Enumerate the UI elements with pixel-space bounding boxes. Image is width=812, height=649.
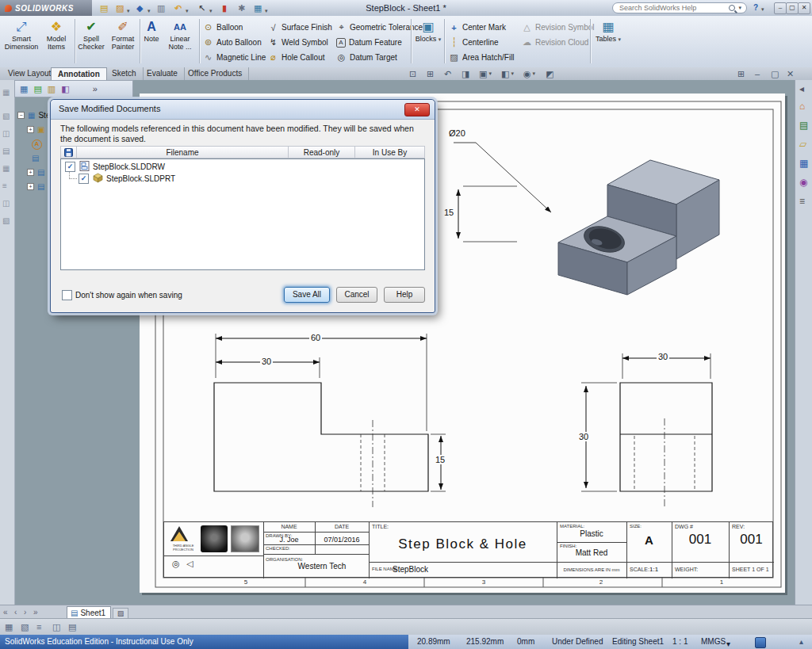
save-icon[interactable]: ◆ [136,2,143,13]
left-tool-icon[interactable]: ▦ [2,88,10,97]
close-button[interactable]: ✕ [798,2,810,14]
format-painter-button[interactable]: ✐ Format Painter [106,17,140,65]
surface-finish-button[interactable]: √ Surface Finish [268,20,332,35]
note-button[interactable]: A Note [141,17,162,65]
dont-show-label[interactable]: Don't show again when saving [75,291,182,300]
fm-overflow-icon[interactable]: » [93,84,98,94]
units-selector[interactable]: MMGS [701,637,726,646]
revision-symbol-button[interactable]: △ Revision Symbol [522,20,594,35]
magnetic-line-button[interactable]: ∿ Magnetic Line [203,50,266,65]
linear-note-button[interactable]: AA Linear Note ... [163,17,197,65]
save-column-header[interactable] [60,146,77,158]
revision-cloud-button[interactable]: ☁ Revision Cloud [522,35,588,50]
feature-tree-item[interactable]: + ▤ [27,182,44,191]
tab-annotation[interactable]: Annotation [51,67,107,81]
nav-first-icon[interactable]: « [3,608,8,617]
spell-checker-button[interactable]: ✔ Spell Checker [76,17,106,65]
search-input[interactable] [618,3,726,13]
datum-feature-button[interactable]: A Datum Feature [336,35,402,50]
filename-column-header[interactable]: Filename [76,146,289,158]
custom-properties-icon[interactable]: ≡ [799,196,805,207]
dialog-title-bar[interactable]: Save Modified Documents ✕ [51,100,435,120]
home-icon[interactable]: ⌂ [799,101,805,112]
nav-prev-icon[interactable]: ‹ [14,608,17,617]
view-settings-icon[interactable]: ▦ [254,2,262,13]
appearances-icon[interactable]: ◉ [799,177,807,188]
nav-next-icon[interactable]: › [24,608,26,617]
status-notification-icon[interactable] [755,637,766,648]
document-row-label[interactable]: StepBlock.SLDDRW [93,162,165,171]
feature-tree-root[interactable]: − ▦ Step [17,111,55,120]
fm-tab-features-icon[interactable]: ▦ [20,84,28,94]
open-icon[interactable]: ▨ [116,2,124,13]
dont-show-checkbox[interactable] [62,290,72,300]
readonly-column-header[interactable]: Read-only [288,146,355,158]
zoom-area-button[interactable]: ⊞ [427,68,434,79]
area-hatch-button[interactable]: ▨ Area Hatch/Fill [449,50,515,65]
balloon-button[interactable]: ⊙ Balloon [203,20,243,35]
left-tool-icon[interactable]: ▦ [2,164,10,173]
print-icon[interactable]: ▥ [157,2,165,13]
doc-restore-button[interactable]: ▢ [771,68,779,79]
cancel-button[interactable]: Cancel [336,287,377,303]
help-search-box[interactable]: ▾ [612,2,747,13]
auto-balloon-button[interactable]: ⊚ Auto Balloon [203,35,262,50]
fm-tab-configuration-icon[interactable]: ▥ [48,84,56,94]
dialog-close-button[interactable]: ✕ [404,103,430,116]
bottom-tool-icon[interactable]: ≡ [36,622,41,632]
left-tool-icon[interactable]: ▧ [2,112,10,120]
bottom-tool-icon[interactable]: ▦ [5,622,13,632]
bottom-tool-icon[interactable]: ◫ [52,622,60,632]
section-view-button[interactable]: ◨ [462,68,469,79]
previous-view-button[interactable]: ↶ [444,68,451,79]
save-caret-icon[interactable]: ▾ [147,6,151,17]
hole-callout-button[interactable]: ⌀ Hole Callout [268,50,324,65]
hide-show-items-button[interactable]: ◉▾ [523,68,535,79]
units-caret-icon[interactable]: ▾ [726,639,730,648]
view-settings-caret-icon[interactable]: ▾ [265,6,268,17]
left-tool-icon[interactable]: ▧ [2,216,10,225]
left-tool-icon[interactable]: ≡ [2,181,7,190]
tree-expand-icon[interactable]: + [27,169,34,176]
file-explorer-icon[interactable]: ▱ [799,139,806,150]
undo-caret-icon[interactable]: ▾ [186,6,189,17]
rebuild-icon[interactable]: ▮ [222,2,227,13]
centerline-button[interactable]: ┆ Centerline [449,35,499,50]
search-caret-icon[interactable]: ▾ [738,5,741,11]
tree-expand-icon[interactable]: + [27,126,34,133]
zoom-fit-button[interactable]: ⊡ [409,68,416,79]
select-caret-icon[interactable]: ▾ [209,6,213,17]
model-items-button[interactable]: ❖ Model Items [40,17,73,65]
left-tool-icon[interactable]: ▤ [2,147,10,155]
select-arrow-icon[interactable]: ↖ [198,2,205,13]
undo-icon[interactable]: ↶ [174,2,182,13]
help-button[interactable]: Help [384,287,425,303]
bottom-tool-icon[interactable]: ▤ [68,622,76,632]
left-tool-icon[interactable]: ◫ [2,129,10,138]
tree-collapse-icon[interactable]: − [17,112,25,119]
display-style-button[interactable]: ◧▾ [501,68,514,79]
bottom-tool-icon[interactable]: ▧ [21,622,29,632]
tables-button[interactable]: ▦ Tables ▾ [593,17,623,65]
weld-symbol-button[interactable]: ↯ Weld Symbol [268,35,328,50]
document-row-label[interactable]: StepBlock.SLDPRT [106,174,175,183]
maximize-button[interactable]: ▢ [786,2,799,14]
appearance-button[interactable]: ◩ [546,68,553,79]
row-checkbox[interactable]: ✓ [79,174,89,184]
tab-office-products[interactable]: Office Products [182,67,249,80]
save-all-button[interactable]: Save All [284,287,330,303]
minimize-button[interactable]: – [774,2,787,14]
feature-tree-item[interactable]: + ▣ [27,125,44,134]
view-orientation-button[interactable]: ▣▾ [479,68,492,79]
feature-tree-item[interactable]: A [32,139,42,150]
view-palette-icon[interactable]: ▦ [799,158,808,169]
sheet-tab-active[interactable]: ▤ Sheet1 [67,606,111,619]
open-caret-icon[interactable]: ▾ [127,6,130,17]
tab-sketch[interactable]: Sketch [105,67,144,80]
help-caret-icon[interactable]: ▾ [761,6,764,13]
design-library-icon[interactable]: ▤ [799,120,808,131]
left-tool-icon[interactable]: ◫ [2,199,10,208]
tab-evaluate[interactable]: Evaluate [140,67,185,80]
options-icon[interactable]: ✱ [238,2,245,13]
doc-minimize-button[interactable]: – [755,68,760,79]
